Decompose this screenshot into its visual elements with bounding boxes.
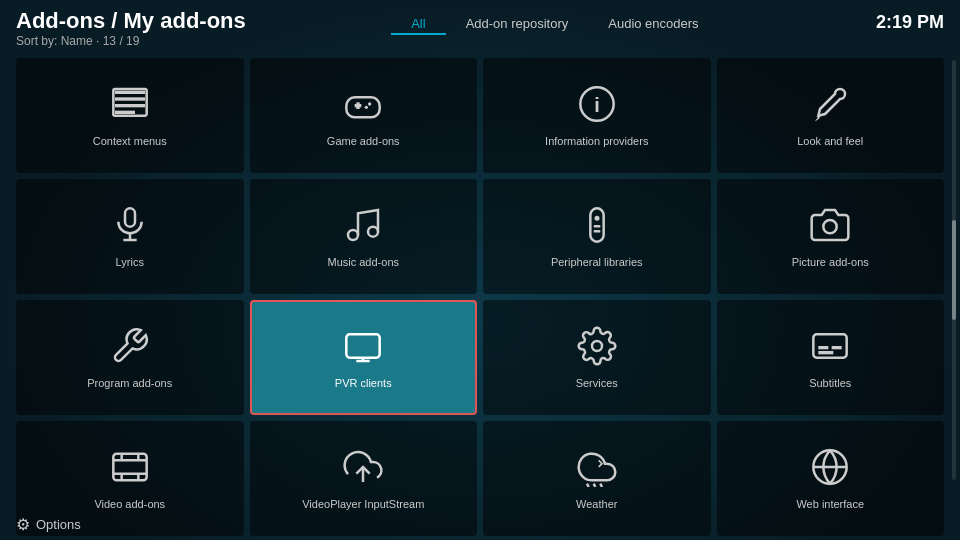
game-addons-label: Game add-ons bbox=[323, 135, 404, 147]
svg-point-14 bbox=[348, 230, 358, 240]
options-label[interactable]: Options bbox=[36, 517, 81, 532]
footer: ⚙ Options bbox=[0, 509, 97, 540]
grid-item-subtitles[interactable]: Subtitles bbox=[717, 300, 945, 415]
subtitles-label: Subtitles bbox=[805, 377, 855, 389]
web-interface-label: Web interface bbox=[792, 498, 868, 510]
program-addons-label: Program add-ons bbox=[83, 377, 176, 389]
svg-rect-0 bbox=[115, 91, 145, 94]
svg-rect-11 bbox=[125, 208, 135, 226]
svg-rect-3 bbox=[115, 111, 135, 114]
grid-item-information-providers[interactable]: i Information providers bbox=[483, 58, 711, 173]
breadcrumb: Add-ons / My add-ons bbox=[16, 8, 246, 34]
music-icon bbox=[343, 205, 383, 250]
svg-rect-1 bbox=[115, 97, 145, 100]
addon-grid: Context menus Game add-ons i Information… bbox=[0, 52, 960, 540]
cloud-icon bbox=[577, 447, 617, 492]
globe-icon bbox=[810, 447, 850, 492]
svg-line-37 bbox=[593, 484, 595, 487]
grid-item-game-addons[interactable]: Game add-ons bbox=[250, 58, 478, 173]
svg-rect-21 bbox=[347, 334, 380, 357]
wrench-icon bbox=[110, 326, 150, 371]
scrollbar[interactable] bbox=[952, 60, 956, 480]
svg-rect-18 bbox=[593, 225, 600, 228]
music-addons-label: Music add-ons bbox=[323, 256, 403, 268]
film-icon bbox=[110, 447, 150, 492]
grid-item-services[interactable]: Services bbox=[483, 300, 711, 415]
grid-item-lyrics[interactable]: Lyrics bbox=[16, 179, 244, 294]
grid-item-program-addons[interactable]: Program add-ons bbox=[16, 300, 244, 415]
svg-text:i: i bbox=[594, 94, 600, 116]
weather-label: Weather bbox=[572, 498, 621, 510]
svg-line-38 bbox=[600, 484, 602, 487]
picture-addons-label: Picture add-ons bbox=[788, 256, 873, 268]
grid-item-videoplayer-inputstream[interactable]: VideoPlayer InputStream bbox=[250, 421, 478, 536]
lyrics-label: Lyrics bbox=[112, 256, 148, 268]
svg-point-17 bbox=[594, 216, 599, 221]
grid-item-peripheral-libraries[interactable]: Peripheral libraries bbox=[483, 179, 711, 294]
nav-item-addon-repository[interactable]: Add-on repository bbox=[446, 14, 589, 35]
svg-point-15 bbox=[368, 227, 378, 237]
services-label: Services bbox=[572, 377, 622, 389]
nav-item-audio-encoders[interactable]: Audio encoders bbox=[588, 14, 718, 35]
gamepad-icon bbox=[343, 84, 383, 129]
svg-point-7 bbox=[368, 102, 371, 105]
camera-icon bbox=[810, 205, 850, 250]
pvr-clients-label: PVR clients bbox=[331, 377, 396, 389]
mic-icon bbox=[110, 205, 150, 250]
svg-rect-19 bbox=[593, 230, 600, 233]
context-menus-label: Context menus bbox=[89, 135, 171, 147]
nav-bar: All Add-on repository Audio encoders bbox=[246, 8, 864, 35]
gear-icon bbox=[577, 326, 617, 371]
look-and-feel-label: Look and feel bbox=[793, 135, 867, 147]
svg-rect-6 bbox=[355, 104, 362, 107]
remote-icon bbox=[577, 205, 617, 250]
peripheral-libraries-label: Peripheral libraries bbox=[547, 256, 647, 268]
svg-point-20 bbox=[824, 220, 837, 233]
tv-icon bbox=[343, 326, 383, 371]
grid-item-look-and-feel[interactable]: Look and feel bbox=[717, 58, 945, 173]
upload-icon bbox=[343, 447, 383, 492]
grid-item-weather[interactable]: Weather bbox=[483, 421, 711, 536]
grid-item-web-interface[interactable]: Web interface bbox=[717, 421, 945, 536]
svg-rect-2 bbox=[115, 104, 145, 107]
sort-info: Sort by: Name · 13 / 19 bbox=[16, 34, 246, 48]
options-icon: ⚙ bbox=[16, 515, 30, 534]
clock: 2:19 PM bbox=[864, 8, 944, 33]
info-icon: i bbox=[577, 84, 617, 129]
svg-point-8 bbox=[365, 106, 368, 109]
grid-item-picture-addons[interactable]: Picture add-ons bbox=[717, 179, 945, 294]
scrollbar-thumb bbox=[952, 220, 956, 320]
subtitles-icon bbox=[810, 326, 850, 371]
information-providers-label: Information providers bbox=[541, 135, 652, 147]
brush-icon bbox=[810, 84, 850, 129]
grid-item-pvr-clients[interactable]: PVR clients bbox=[250, 300, 478, 415]
grid-item-music-addons[interactable]: Music add-ons bbox=[250, 179, 478, 294]
nav-item-all[interactable]: All bbox=[391, 14, 445, 35]
list-icon bbox=[110, 84, 150, 129]
header-left: Add-ons / My add-ons Sort by: Name · 13 … bbox=[16, 8, 246, 48]
svg-rect-28 bbox=[113, 454, 146, 481]
video-addons-label: Video add-ons bbox=[90, 498, 169, 510]
header: Add-ons / My add-ons Sort by: Name · 13 … bbox=[0, 0, 960, 52]
svg-line-36 bbox=[587, 484, 589, 487]
videoplayer-inputstream-label: VideoPlayer InputStream bbox=[298, 498, 428, 510]
grid-item-context-menus[interactable]: Context menus bbox=[16, 58, 244, 173]
